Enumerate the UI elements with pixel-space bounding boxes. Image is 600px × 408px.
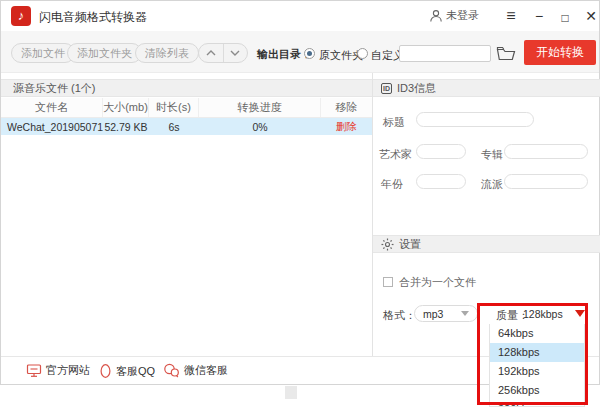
settings-section-header: 设置 xyxy=(373,235,600,253)
merge-checkbox[interactable] xyxy=(383,277,393,287)
move-up-button[interactable] xyxy=(199,44,224,62)
add-file-button[interactable]: 添加文件 xyxy=(11,43,75,63)
id3-album-label: 专辑 xyxy=(481,147,503,162)
minimize-icon[interactable]: − xyxy=(529,7,549,25)
id3-year-input[interactable] xyxy=(416,174,466,189)
id3-icon: ID xyxy=(381,83,392,94)
start-convert-button[interactable]: 开始转换 xyxy=(524,40,596,65)
id3-title-label: 标题 xyxy=(383,115,405,130)
qq-icon xyxy=(99,363,112,379)
table-row[interactable]: WeChat_201905071015... 52.79 KB 6s 0% 删除 xyxy=(1,118,372,135)
quality-dropdown-list: 64kbps 128kbps 192kbps 256kbps 320kbps xyxy=(489,324,585,407)
column-size: 大小(mb) xyxy=(103,98,149,117)
file-size-cell: 52.79 KB xyxy=(103,118,149,135)
close-icon[interactable]: ✕ xyxy=(581,7,600,25)
wechat-support-label: 微信客服 xyxy=(184,363,228,378)
id3-genre-label: 流派 xyxy=(481,177,503,192)
output-path-input[interactable] xyxy=(399,45,491,62)
id3-genre-input[interactable] xyxy=(504,174,588,189)
delete-file-button[interactable]: 删除 xyxy=(321,118,372,135)
login-button[interactable]: 未登录 xyxy=(429,8,479,23)
format-select[interactable]: mp3 xyxy=(414,305,478,322)
file-duration-cell: 6s xyxy=(149,118,199,135)
format-label: 格式： xyxy=(383,308,416,323)
screen: ♪ 闪电音频格式转换器 未登录 ≡ − □ ✕ 添加文件 添加文件夹 清除列表 xyxy=(0,0,600,408)
qq-support-link[interactable]: 客服QQ xyxy=(99,363,155,379)
quality-select[interactable]: 128kbps xyxy=(523,305,585,322)
toolbar: 添加文件 添加文件夹 清除列表 输出目录： 原文件夹 自定义 开始转换 xyxy=(1,31,599,73)
file-progress-cell: 0% xyxy=(199,118,321,135)
add-folder-button[interactable]: 添加文件夹 xyxy=(67,43,142,63)
id3-year-label: 年份 xyxy=(381,177,403,192)
monitor-icon xyxy=(26,363,42,378)
quality-option-320[interactable]: 320kbps xyxy=(490,400,584,407)
browse-folder-button[interactable] xyxy=(496,45,516,62)
column-duration: 时长(s) xyxy=(149,98,199,117)
file-name-cell: WeChat_201905071015... xyxy=(1,118,103,135)
id3-header-label: ID3信息 xyxy=(397,81,436,96)
quality-option-128[interactable]: 128kbps xyxy=(490,343,584,362)
quality-option-256[interactable]: 256kbps xyxy=(490,381,584,400)
wechat-icon xyxy=(163,363,180,378)
settings-header-label: 设置 xyxy=(399,237,421,252)
radio-source-folder[interactable] xyxy=(304,48,315,59)
column-filename: 文件名 xyxy=(1,98,103,117)
file-list-header: 源音乐文件 (1个) xyxy=(1,79,372,97)
qq-support-label: 客服QQ xyxy=(116,364,155,379)
merge-checkbox-label[interactable]: 合并为一个文件 xyxy=(399,275,476,290)
quality-value: 128kbps xyxy=(523,308,563,320)
id3-section-header: ID ID3信息 xyxy=(373,79,600,97)
official-website-link[interactable]: 官方网站 xyxy=(26,363,90,378)
panel-divider xyxy=(372,73,373,356)
id3-artist-label: 艺术家 xyxy=(379,147,412,162)
id3-title-input[interactable] xyxy=(416,112,534,127)
move-down-button[interactable] xyxy=(224,44,248,62)
id3-album-input[interactable] xyxy=(504,144,588,159)
id3-artist-input[interactable] xyxy=(416,144,466,159)
gear-icon xyxy=(381,238,394,251)
official-website-label: 官方网站 xyxy=(46,363,90,378)
folder-icon xyxy=(496,45,516,62)
file-list-column-headers: 文件名 大小(mb) 时长(s) 转换进度 移除 xyxy=(1,98,372,118)
clear-list-button[interactable]: 清除列表 xyxy=(135,43,199,63)
reorder-buttons xyxy=(198,43,248,63)
column-progress: 转换进度 xyxy=(199,98,321,117)
format-value: mp3 xyxy=(423,308,443,320)
app-logo-icon: ♪ xyxy=(11,6,31,26)
login-status-label: 未登录 xyxy=(446,8,479,23)
column-remove: 移除 xyxy=(321,98,372,117)
format-dropdown-arrow-icon xyxy=(461,311,469,316)
quality-option-64[interactable]: 64kbps xyxy=(490,324,584,343)
page-scroll-artifact xyxy=(285,386,297,399)
chevron-up-icon xyxy=(206,50,216,56)
titlebar: ♪ 闪电音频格式转换器 未登录 ≡ − □ ✕ xyxy=(1,1,599,31)
menu-icon[interactable]: ≡ xyxy=(501,7,521,25)
app-title: 闪电音频格式转换器 xyxy=(39,9,147,26)
quality-dropdown-arrow-icon xyxy=(575,310,585,317)
wechat-support-link[interactable]: 微信客服 xyxy=(163,363,228,378)
user-icon xyxy=(429,9,443,23)
quality-option-192[interactable]: 192kbps xyxy=(490,362,584,381)
maximize-icon[interactable]: □ xyxy=(555,9,575,27)
radio-custom[interactable] xyxy=(357,48,368,59)
chevron-down-icon xyxy=(230,50,240,56)
